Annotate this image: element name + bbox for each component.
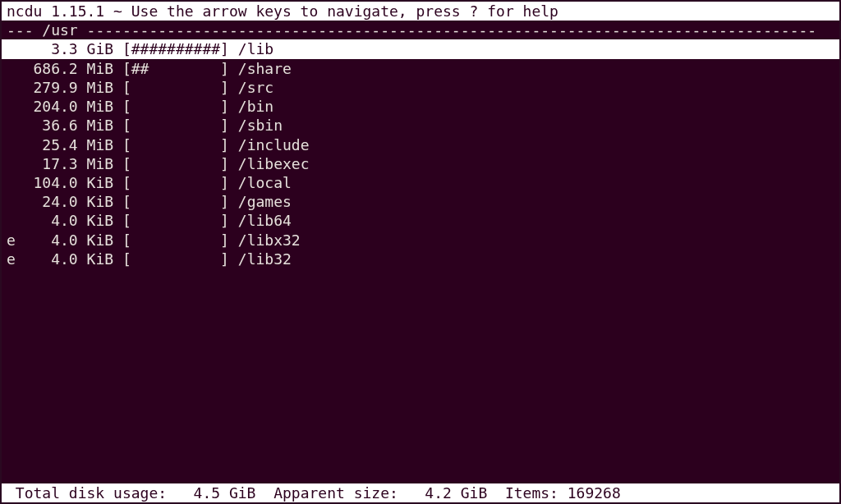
path-line: --- /usr -------------------------------… bbox=[2, 21, 839, 39]
row-size: 204.0 MiB bbox=[16, 98, 113, 115]
row-size: 4.0 KiB bbox=[16, 231, 113, 249]
row-bar: [ ] bbox=[122, 193, 229, 210]
row-bar: [##########] bbox=[122, 40, 229, 57]
row-flag bbox=[7, 117, 16, 134]
row-flag: e bbox=[7, 250, 16, 268]
total-disk-usage-label: Total disk usage: bbox=[7, 483, 167, 502]
row-name: /sbin bbox=[229, 117, 283, 134]
row-bar: [ ] bbox=[122, 79, 229, 96]
current-dir: /usr bbox=[42, 21, 77, 39]
path-dashes-fill: ----------------------------------------… bbox=[78, 21, 816, 39]
header-bar: ncdu 1.15.1 ~ Use the arrow keys to navi… bbox=[2, 2, 839, 21]
row-flag bbox=[7, 212, 16, 229]
row-flag bbox=[7, 60, 16, 77]
row-bar: [ ] bbox=[122, 250, 229, 268]
row-bar: [ ] bbox=[122, 174, 229, 191]
row-flag bbox=[7, 174, 16, 191]
row-size: 36.6 MiB bbox=[16, 117, 113, 134]
row-name: /lib bbox=[229, 40, 273, 57]
list-item[interactable]: 279.9 MiB [ ] /src bbox=[7, 78, 834, 97]
row-name: /lib64 bbox=[229, 212, 292, 229]
list-item[interactable]: 25.4 MiB [ ] /include bbox=[7, 135, 834, 154]
file-list[interactable]: 3.3 GiB [##########] /lib 686.2 MiB [## … bbox=[2, 39, 839, 483]
row-name: /local bbox=[229, 174, 292, 191]
row-size: 279.9 MiB bbox=[16, 79, 113, 96]
row-size: 4.0 KiB bbox=[16, 212, 113, 229]
row-bar: [ ] bbox=[122, 98, 229, 115]
row-bar: [ ] bbox=[122, 155, 229, 172]
row-size: 104.0 KiB bbox=[16, 174, 113, 191]
help-key[interactable]: ? bbox=[470, 2, 479, 21]
list-item[interactable]: 686.2 MiB [## ] /share bbox=[7, 59, 834, 78]
app-version: ncdu 1.15.1 ~ Use the arrow keys to navi… bbox=[7, 2, 470, 21]
list-item[interactable]: e 4.0 KiB [ ] /libx32 bbox=[7, 231, 834, 250]
row-name: /bin bbox=[229, 98, 273, 115]
list-item[interactable]: 24.0 KiB [ ] /games bbox=[7, 192, 834, 211]
row-name: /src bbox=[229, 79, 273, 96]
row-flag bbox=[7, 79, 16, 96]
apparent-size-value: 4.2 GiB bbox=[398, 483, 487, 502]
row-flag bbox=[7, 193, 16, 210]
items-value: 169268 bbox=[558, 483, 621, 502]
row-flag bbox=[7, 40, 16, 57]
row-name: /share bbox=[229, 60, 292, 77]
list-item[interactable]: 3.3 GiB [##########] /lib bbox=[2, 39, 839, 58]
row-name: /games bbox=[229, 193, 292, 210]
row-name: /libx32 bbox=[229, 231, 301, 249]
ncdu-terminal[interactable]: ncdu 1.15.1 ~ Use the arrow keys to navi… bbox=[2, 2, 839, 502]
row-size: 17.3 MiB bbox=[16, 155, 113, 172]
row-bar: [## ] bbox=[122, 60, 229, 77]
row-name: /libexec bbox=[229, 155, 310, 172]
row-flag bbox=[7, 155, 16, 172]
row-name: /include bbox=[229, 136, 310, 153]
apparent-size-label: Apparent size: bbox=[255, 483, 398, 502]
row-size: 4.0 KiB bbox=[16, 250, 113, 268]
row-size: 25.4 MiB bbox=[16, 136, 113, 153]
row-size: 686.2 MiB bbox=[16, 60, 113, 77]
row-bar: [ ] bbox=[122, 136, 229, 153]
row-flag: e bbox=[7, 231, 16, 249]
row-bar: [ ] bbox=[122, 231, 229, 249]
total-disk-usage-value: 4.5 GiB bbox=[167, 483, 255, 502]
row-flag bbox=[7, 98, 16, 115]
list-item[interactable]: 4.0 KiB [ ] /lib64 bbox=[7, 211, 834, 230]
list-item[interactable]: 36.6 MiB [ ] /sbin bbox=[7, 116, 834, 135]
list-item[interactable]: e 4.0 KiB [ ] /lib32 bbox=[7, 250, 834, 268]
list-item[interactable]: 17.3 MiB [ ] /libexec bbox=[7, 154, 834, 173]
row-flag bbox=[7, 136, 16, 153]
help-suffix: for help bbox=[478, 2, 558, 21]
row-size: 3.3 GiB bbox=[16, 40, 113, 57]
path-prefix: --- bbox=[7, 21, 42, 39]
list-item[interactable]: 104.0 KiB [ ] /local bbox=[7, 173, 834, 192]
row-size: 24.0 KiB bbox=[16, 193, 113, 210]
row-bar: [ ] bbox=[122, 212, 229, 229]
footer-bar: Total disk usage: 4.5 GiB Apparent size:… bbox=[2, 483, 839, 502]
row-name: /lib32 bbox=[229, 250, 292, 268]
list-item[interactable]: 204.0 MiB [ ] /bin bbox=[7, 97, 834, 116]
items-label: Items: bbox=[487, 483, 558, 502]
row-bar: [ ] bbox=[122, 117, 229, 134]
